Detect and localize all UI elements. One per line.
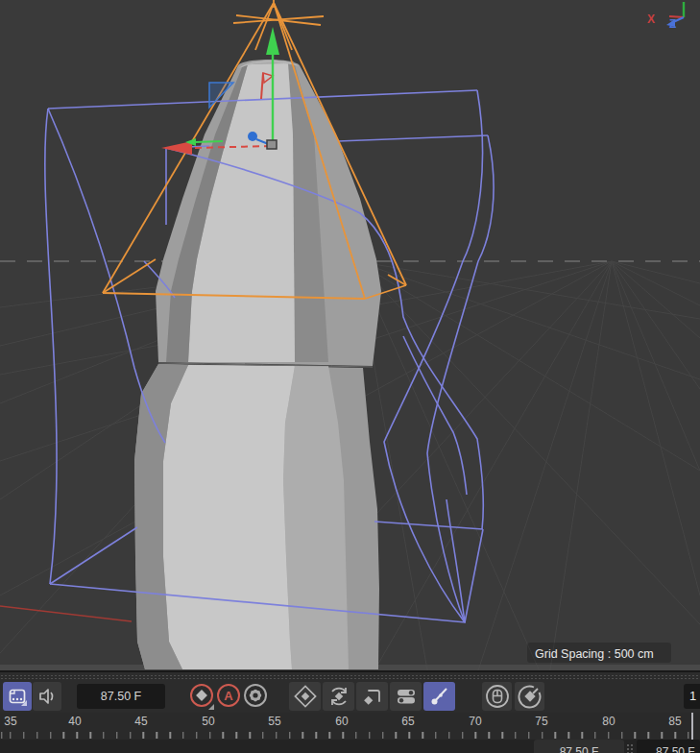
sound-button[interactable]: [33, 682, 61, 711]
ruler-mark: 75: [524, 715, 559, 728]
timeline-ruler[interactable]: 35 40 45 50 55 60 65 70 75 80 85: [0, 713, 700, 740]
key-position-icon: [294, 685, 317, 708]
range-grip[interactable]: [626, 743, 635, 753]
axis-z-label: Z: [669, 17, 676, 31]
svg-text:A: A: [224, 689, 233, 703]
svg-text:Grid Spacing : 500 cm: Grid Spacing : 500 cm: [535, 647, 654, 661]
ruler-mark: 40: [58, 715, 92, 728]
viewport-3d[interactable]: X Z Grid Spacing : 500 cm: [0, 0, 700, 670]
ruler-mark: 35: [0, 715, 28, 728]
key-pla-icon: [428, 685, 451, 708]
sound-icon: [36, 686, 58, 707]
key-rotation-button[interactable]: [323, 682, 354, 711]
animation-toolbar: 87.50 F A: [0, 670, 700, 713]
axis-indicator: X Z: [647, 2, 684, 31]
keying-settings-gear-icon: [242, 682, 269, 711]
ruler-mark: 55: [257, 715, 292, 728]
keyframe-selection-button[interactable]: [515, 682, 544, 711]
gizmo-z-small-arrow: [195, 141, 223, 142]
key-rotation-icon: [327, 685, 350, 708]
mouse-record-button[interactable]: [482, 682, 512, 711]
ruler-mark: 85: [658, 715, 692, 728]
solo-frame-icon: [7, 686, 28, 707]
ruler-mark: 65: [391, 715, 425, 728]
gizmo-depth-handle: [248, 132, 257, 141]
axis-x-label: X: [647, 12, 655, 26]
ruler-mark: 80: [591, 715, 626, 728]
gizmo-center-handle: [267, 140, 277, 149]
end-frame-field[interactable]: 1: [684, 684, 700, 709]
range-end-field[interactable]: 87.50 F: [637, 740, 700, 753]
autokey-icon: A: [215, 682, 242, 711]
mouse-icon: [485, 684, 510, 709]
record-keyframe-icon: [188, 682, 215, 711]
solo-button[interactable]: [3, 682, 32, 711]
range-footer: 87.50 F 87.50 F: [0, 740, 700, 753]
gizmo-y-arrowhead: [266, 27, 279, 55]
ruler-mark: 50: [191, 715, 226, 728]
world-x-axis-line: [0, 606, 132, 621]
ruler-mark: 60: [325, 715, 359, 728]
current-frame-field[interactable]: 87.50 F: [77, 684, 165, 709]
ruler-mark: 45: [124, 715, 158, 728]
keying-settings-button[interactable]: [242, 682, 269, 711]
lathe-object[interactable]: [134, 60, 381, 669]
toolbar-grip-dots: [0, 674, 700, 680]
key-parameter-button[interactable]: [390, 682, 422, 711]
key-position-button[interactable]: [289, 682, 321, 711]
grid-spacing-label: Grid Spacing : 500 cm: [527, 643, 671, 663]
record-keyframe-button[interactable]: [188, 682, 215, 711]
keyframe-selection-icon: [518, 684, 543, 709]
key-parameter-icon: [395, 685, 418, 708]
c4d-viewport-window: X Z Grid Spacing : 500 cm: [0, 0, 700, 753]
ruler-ticks: [0, 732, 700, 739]
autokey-button[interactable]: A: [215, 682, 242, 711]
key-pla-button[interactable]: [423, 682, 455, 711]
key-scale-icon: [361, 685, 384, 708]
ruler-mark: 70: [458, 715, 493, 728]
range-start-field[interactable]: 87.50 F: [534, 740, 624, 753]
key-scale-button[interactable]: [356, 682, 388, 711]
